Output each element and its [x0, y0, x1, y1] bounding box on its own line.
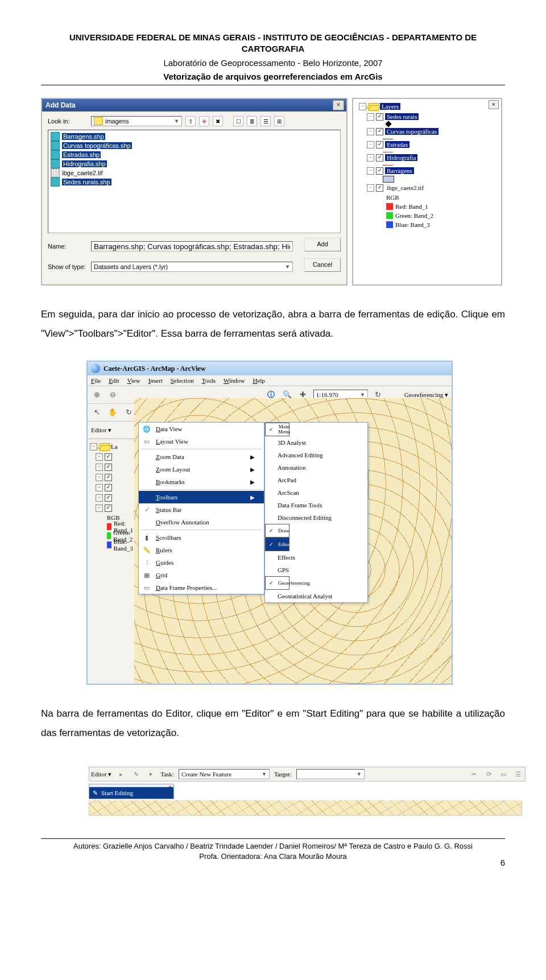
view-menu-item[interactable]: Toolbars▶: [139, 491, 264, 503]
close-icon[interactable]: ×: [489, 100, 499, 109]
layer-checkbox[interactable]: ✓: [376, 113, 383, 121]
pointer-icon[interactable]: ▸: [116, 769, 126, 779]
view-menu-item[interactable]: ✓Status Bar: [139, 503, 264, 516]
menu-file[interactable]: File: [91, 377, 101, 384]
file-item[interactable]: ibge_caete2.tif: [51, 168, 338, 177]
sketch-dropdown-icon[interactable]: ▾: [146, 769, 156, 779]
view-menu-item[interactable]: ⋮Guides: [139, 556, 264, 569]
rotate-icon[interactable]: ↻: [123, 407, 134, 418]
georef-dropdown[interactable]: Georeferencing ▾: [404, 391, 448, 399]
sketch-props-icon[interactable]: ☰: [513, 769, 523, 779]
task-combo[interactable]: Create New Feature▼: [179, 769, 270, 779]
toolbars-menu-item[interactable]: 3D Analyst: [265, 436, 367, 449]
sketch-icon[interactable]: ✎: [131, 769, 141, 779]
collapse-icon[interactable]: −: [367, 184, 374, 192]
connect-folder-icon[interactable]: ✚: [199, 116, 209, 126]
file-item[interactable]: Sedes rurais.shp: [51, 177, 338, 187]
cancel-button[interactable]: Cancel: [304, 258, 341, 272]
toolbars-menu-item[interactable]: Data Frame Tools: [265, 499, 367, 511]
toolbars-menu-item[interactable]: Disconnected Editing: [265, 511, 367, 524]
view-menu-item[interactable]: ▮Scrollbars: [139, 531, 264, 544]
view-menu-item[interactable]: 📏Rulers: [139, 544, 264, 556]
arcmap-menubar[interactable]: FileEditViewInsertSelectionToolsWindowHe…: [88, 375, 452, 386]
layer-checkbox[interactable]: ✓: [376, 141, 383, 148]
close-icon[interactable]: ×: [168, 784, 172, 790]
toc-layer[interactable]: Curvas topográficas: [385, 128, 439, 135]
menu-window[interactable]: Window: [224, 377, 245, 384]
menu-view[interactable]: View: [127, 377, 140, 384]
toolbars-menu-item[interactable]: Effects: [265, 551, 367, 564]
toc-layer[interactable]: Sedes rurais: [385, 113, 419, 120]
toolbars-menu-item[interactable]: Advanced Editing: [265, 449, 367, 461]
toolbars-menu-item[interactable]: ArcPad: [265, 474, 367, 486]
toc-layer[interactable]: Hidrografia: [385, 154, 417, 161]
collapse-icon[interactable]: −: [367, 128, 374, 135]
menu-edit[interactable]: Edit: [109, 377, 119, 384]
pointer-icon[interactable]: ↖: [91, 407, 102, 418]
lookin-combo[interactable]: imagens ▼: [91, 116, 182, 126]
view-menu-item[interactable]: 🌐Data View: [139, 423, 264, 435]
editor-dropdown[interactable]: Editor ▾: [91, 427, 111, 434]
editor-dropdown[interactable]: Editor ▾: [91, 771, 111, 778]
collapse-icon[interactable]: −: [367, 154, 374, 162]
toolbars-submenu[interactable]: Main Menu3D AnalystAdvanced EditingAnnot…: [264, 422, 368, 603]
view-thumbs-icon[interactable]: ⊞: [274, 116, 284, 126]
file-item[interactable]: Curvas topográficas.shp: [51, 141, 338, 150]
view-large-icon[interactable]: ☐: [233, 116, 243, 126]
zoom-out-icon[interactable]: ⊖: [107, 389, 118, 400]
file-list[interactable]: Barragens.shpCurvas topográficas.shpEstr…: [48, 130, 341, 233]
collapse-icon[interactable]: −: [367, 167, 374, 175]
add-button[interactable]: Add: [304, 238, 341, 251]
file-item[interactable]: Estradas.shp: [51, 150, 338, 159]
layer-checkbox[interactable]: ✓: [376, 184, 383, 192]
type-combo[interactable]: Datasets and Layers (*.lyr) ▼: [91, 262, 293, 272]
toolbars-menu-item[interactable]: Georeferencing: [265, 576, 289, 590]
toolbars-menu-item[interactable]: Geostatistical Analyst: [265, 590, 367, 602]
file-item[interactable]: Hidrografia.shp: [51, 159, 338, 168]
disconnect-folder-icon[interactable]: ✖: [213, 116, 223, 126]
target-combo[interactable]: ▼: [296, 769, 365, 779]
collapse-icon[interactable]: −: [367, 141, 374, 148]
collapse-icon[interactable]: −: [367, 113, 374, 121]
view-details-icon[interactable]: ☰: [260, 116, 271, 126]
layer-checkbox[interactable]: ✓: [376, 167, 383, 175]
toolbars-menu-item[interactable]: GPS: [265, 564, 367, 576]
zoom-in-icon[interactable]: ⊕: [91, 389, 102, 400]
toolbars-menu-item[interactable]: Draw: [265, 524, 289, 537]
view-menu[interactable]: 🌐Data View▭Layout ViewZoom Data▶Zoom Lay…: [138, 422, 264, 594]
menu-insert[interactable]: Insert: [148, 377, 163, 384]
toc-root[interactable]: Layers: [380, 103, 400, 110]
view-menu-item[interactable]: Zoom Data▶: [139, 450, 264, 463]
view-menu-item[interactable]: Bookmarks▶: [139, 475, 264, 488]
toolbars-menu-item[interactable]: Annotation: [265, 461, 367, 474]
pan-icon[interactable]: ✋: [107, 407, 118, 418]
menu-selection[interactable]: Selection: [171, 377, 194, 384]
view-list-icon[interactable]: ≣: [247, 116, 257, 126]
toolbars-menu-item[interactable]: ArcScan: [265, 486, 367, 499]
start-editing-item[interactable]: Start Editing: [101, 789, 133, 796]
split-icon[interactable]: ✂: [469, 769, 479, 779]
toc-raster[interactable]: ibge_caete2.tif: [385, 184, 425, 191]
toolbars-menu-item[interactable]: Main Menu: [265, 423, 289, 436]
layer-checkbox[interactable]: ✓: [376, 154, 383, 162]
view-menu-item[interactable]: ▦Grid: [139, 569, 264, 581]
menu-help[interactable]: Help: [253, 377, 264, 384]
name-field[interactable]: [91, 241, 293, 251]
menu-tools[interactable]: Tools: [202, 377, 216, 384]
view-menu-item[interactable]: Overflow Annotation: [139, 516, 264, 528]
file-item[interactable]: Barragens.shp: [51, 132, 338, 141]
view-menu-item[interactable]: ▭Data Frame Properties...: [139, 581, 264, 594]
attributes-icon[interactable]: ▭: [498, 769, 508, 779]
view-menu-item[interactable]: Zoom Layout▶: [139, 463, 264, 475]
toc-layer[interactable]: Estradas: [385, 141, 410, 148]
view-menu-item[interactable]: ▭Layout View: [139, 435, 264, 448]
editor-menu[interactable]: × ✎ Start Editing: [89, 784, 174, 799]
layer-checkbox[interactable]: ✓: [376, 128, 383, 135]
close-icon[interactable]: ×: [333, 100, 344, 110]
rotate-icon[interactable]: ⟳: [483, 769, 494, 779]
toc-layer[interactable]: Barragens: [385, 167, 414, 174]
collapse-icon[interactable]: −: [359, 103, 366, 110]
file-name: Barragens.shp: [62, 133, 105, 140]
up-folder-icon[interactable]: ⇧: [185, 116, 196, 126]
toolbars-menu-item[interactable]: Editor: [265, 537, 289, 551]
